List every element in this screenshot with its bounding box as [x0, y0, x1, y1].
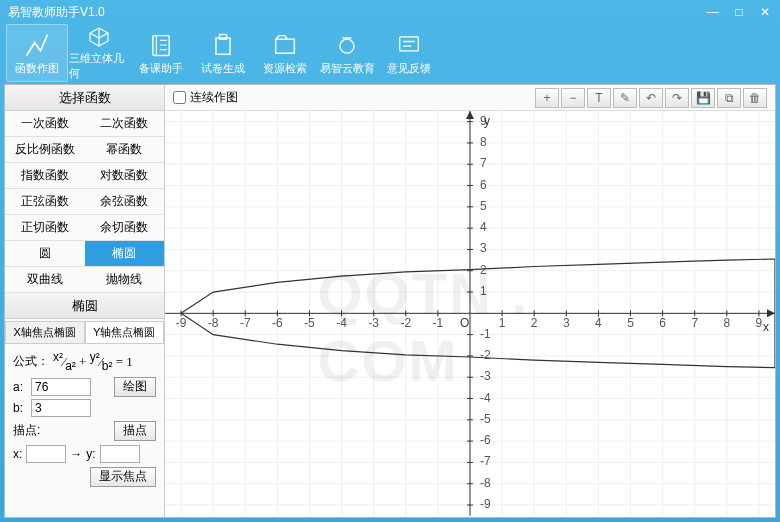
x-input[interactable]	[26, 445, 66, 463]
maximize-button[interactable]: □	[732, 5, 746, 19]
svg-text:-9: -9	[480, 497, 491, 511]
svg-text:8: 8	[480, 135, 487, 149]
main-toolbar: 函数作图三维立体几何备课助手试卷生成资源检索易智云教育意见反馈	[0, 24, 780, 82]
a-input[interactable]	[31, 378, 91, 396]
select-function-header: 选择函数	[5, 85, 164, 111]
copy-icon[interactable]: ⧉	[717, 88, 741, 108]
b-input[interactable]	[31, 399, 91, 417]
minimize-button[interactable]: —	[706, 5, 720, 19]
delete-icon[interactable]: 🗑	[743, 88, 767, 108]
cross-add-icon[interactable]: +	[535, 88, 559, 108]
title-bar: 易智教师助手V1.0 — □ ✕	[0, 0, 780, 24]
svg-rect-2	[220, 34, 227, 39]
toolbar-fn-plot[interactable]: 函数作图	[6, 24, 68, 82]
plot-point-button[interactable]: 描点	[114, 421, 156, 441]
text-icon[interactable]: T	[587, 88, 611, 108]
undo-icon[interactable]: ↶	[639, 88, 663, 108]
function-11[interactable]: 椭圆	[85, 241, 165, 267]
svg-text:-2: -2	[480, 348, 491, 362]
canvas-area: 连续作图 +−T✎↶↷💾⧉🗑 -9-8-7-6-5-4-3-2-11234567…	[165, 85, 775, 517]
svg-text:6: 6	[480, 178, 487, 192]
cloud-icon	[333, 31, 361, 59]
toolbar-res[interactable]: 资源检索	[254, 24, 316, 82]
function-10[interactable]: 圆	[5, 241, 85, 267]
formula-display: x²⁄a² + y²⁄b² = 1	[53, 350, 133, 373]
svg-text:7: 7	[691, 316, 698, 330]
plot-svg[interactable]: -9-8-7-6-5-4-3-2-1123456789-9-8-7-6-5-4-…	[165, 111, 775, 516]
main-area: 选择函数 一次函数二次函数反比例函数幂函数指数函数对数函数正弦函数余弦函数正切函…	[4, 84, 776, 518]
svg-text:2: 2	[480, 263, 487, 277]
tab-x-focus[interactable]: X轴焦点椭圆	[5, 321, 85, 343]
function-7[interactable]: 余弦函数	[85, 189, 165, 215]
app-title: 易智教师助手V1.0	[8, 4, 706, 21]
toolbar-exam[interactable]: 试卷生成	[192, 24, 254, 82]
continuous-checkbox-wrap[interactable]: 连续作图	[173, 89, 238, 106]
toolbar-prep[interactable]: 备课助手	[130, 24, 192, 82]
function-0[interactable]: 一次函数	[5, 111, 85, 137]
tab-y-focus[interactable]: Y轴焦点椭圆	[85, 321, 165, 343]
svg-rect-0	[153, 35, 169, 55]
res-icon	[271, 31, 299, 59]
save-icon[interactable]: 💾	[691, 88, 715, 108]
svg-text:-4: -4	[480, 391, 491, 405]
svg-text:3: 3	[480, 241, 487, 255]
function-12[interactable]: 双曲线	[5, 267, 85, 293]
params-panel: 公式： x²⁄a² + y²⁄b² = 1 a: 绘图 b: 描点: 描点 x:…	[5, 344, 164, 497]
function-1[interactable]: 二次函数	[85, 111, 165, 137]
toolbar-cloud[interactable]: 易智云教育	[316, 24, 378, 82]
canvas-topstrip: 连续作图 +−T✎↶↷💾⧉🗑	[165, 85, 775, 111]
svg-text:-6: -6	[272, 316, 283, 330]
svg-text:x: x	[763, 320, 769, 334]
svg-point-4	[340, 39, 354, 53]
draw-button[interactable]: 绘图	[114, 377, 156, 397]
svg-text:-1: -1	[433, 316, 444, 330]
function-8[interactable]: 正切函数	[5, 215, 85, 241]
continuous-label: 连续作图	[190, 89, 238, 106]
close-button[interactable]: ✕	[758, 5, 772, 19]
svg-text:-3: -3	[368, 316, 379, 330]
svg-rect-3	[276, 39, 295, 53]
canvas-tools: +−T✎↶↷💾⧉🗑	[535, 88, 767, 108]
function-4[interactable]: 指数函数	[5, 163, 85, 189]
b-label: b:	[13, 401, 27, 415]
toolbar-3d-geom[interactable]: 三维立体几何	[68, 24, 130, 82]
function-6[interactable]: 正弦函数	[5, 189, 85, 215]
show-focus-button[interactable]: 显示焦点	[90, 467, 156, 487]
svg-text:1: 1	[499, 316, 506, 330]
svg-text:1: 1	[480, 284, 487, 298]
function-9[interactable]: 余切函数	[85, 215, 165, 241]
y-label: y:	[86, 447, 95, 461]
formula-label: 公式：	[13, 353, 49, 370]
feedback-icon	[395, 31, 423, 59]
svg-text:-6: -6	[480, 433, 491, 447]
3d-geom-icon	[85, 25, 113, 49]
prep-icon	[147, 31, 175, 59]
ellipse-section-header: 椭圆	[5, 293, 164, 319]
svg-text:7: 7	[480, 156, 487, 170]
svg-text:-2: -2	[400, 316, 411, 330]
svg-text:9: 9	[756, 316, 763, 330]
function-3[interactable]: 幂函数	[85, 137, 165, 163]
svg-text:-5: -5	[304, 316, 315, 330]
redo-icon[interactable]: ↷	[665, 88, 689, 108]
svg-text:4: 4	[480, 220, 487, 234]
function-grid: 一次函数二次函数反比例函数幂函数指数函数对数函数正弦函数余弦函数正切函数余切函数…	[5, 111, 164, 293]
function-2[interactable]: 反比例函数	[5, 137, 85, 163]
pencil-icon[interactable]: ✎	[613, 88, 637, 108]
y-input[interactable]	[100, 445, 140, 463]
plot-point-label: 描点:	[13, 422, 40, 439]
function-5[interactable]: 对数函数	[85, 163, 165, 189]
cross-remove-icon[interactable]: −	[561, 88, 585, 108]
svg-text:6: 6	[659, 316, 666, 330]
toolbar-feedback[interactable]: 意见反馈	[378, 24, 440, 82]
svg-text:-8: -8	[208, 316, 219, 330]
continuous-checkbox[interactable]	[173, 91, 186, 104]
svg-text:2: 2	[531, 316, 538, 330]
svg-rect-5	[400, 36, 419, 50]
a-label: a:	[13, 380, 27, 394]
svg-text:-9: -9	[176, 316, 187, 330]
svg-text:8: 8	[723, 316, 730, 330]
svg-text:-1: -1	[480, 327, 491, 341]
function-13[interactable]: 抛物线	[85, 267, 165, 293]
svg-text:-3: -3	[480, 369, 491, 383]
